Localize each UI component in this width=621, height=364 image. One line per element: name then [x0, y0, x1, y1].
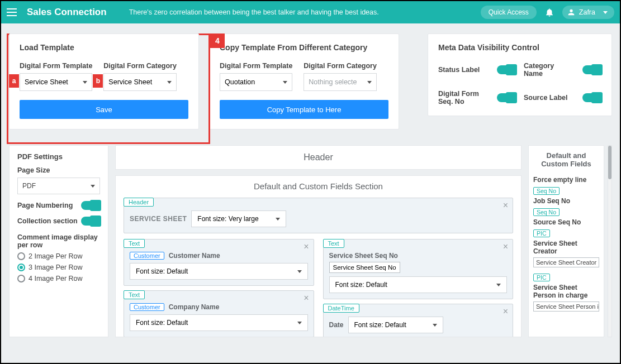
close-icon[interactable]: ×	[503, 306, 508, 317]
date-label: Date	[329, 321, 344, 329]
quick-access-button[interactable]: Quick Access	[481, 6, 537, 19]
font-size-select[interactable]: Font size: Default	[348, 317, 443, 333]
creator-box: Service Sheet Creator	[533, 257, 599, 267]
collection-section-toggle[interactable]	[81, 217, 100, 226]
company-name-block[interactable]: Text × Customer Company Name Font size: …	[124, 290, 314, 337]
user-name: Zafra	[579, 8, 595, 16]
center-editor: Header Default and Custom Fields Section…	[115, 145, 522, 337]
field-label: Digital Form Category	[304, 62, 377, 70]
chevron-down-icon	[496, 284, 501, 286]
copy-template-select[interactable]: Quotation	[220, 73, 292, 91]
seq-no-box: Service Sheet Seq No	[329, 262, 400, 273]
meta-label: Source Label	[524, 94, 575, 102]
page-size-select[interactable]: PDF	[17, 178, 100, 194]
seq-no-block[interactable]: Text × Service Sheet Seq No Service Shee…	[323, 239, 514, 299]
chevron-down-icon	[603, 11, 608, 14]
lower-section: PDF Settings Page Size PDF Page Numberin…	[9, 145, 612, 337]
card-title: Copy Template From Different Category	[220, 43, 388, 52]
service-sheet-label: SERVICE SHEET	[130, 215, 187, 223]
comment-image-label: Comment image display per row	[17, 233, 100, 249]
load-template-card: Load Template Digital Form Template a Se…	[9, 33, 199, 130]
force-empty-line[interactable]: Force empty line	[533, 175, 599, 185]
seq-no-tag: Seq No	[533, 187, 560, 195]
callout-4: 4	[210, 33, 225, 48]
service-sheet-person-label[interactable]: Service Sheet Person in charge	[533, 282, 599, 300]
block-tag: DateTime	[323, 304, 359, 313]
font-size-select[interactable]: Font size: Very large	[191, 210, 286, 227]
pic-tag: PIC	[533, 274, 550, 281]
font-size-select[interactable]: Font size: Default	[130, 314, 308, 331]
category-name-toggle[interactable]	[582, 65, 601, 74]
close-icon[interactable]: ×	[304, 242, 309, 252]
field-label: Digital Form Template	[220, 62, 292, 70]
seq-no-tag: Seq No	[533, 208, 560, 216]
source-seq-no[interactable]: Source Seq No	[533, 217, 599, 227]
radio-4-per-row[interactable]: 4 Image Per Row	[17, 275, 100, 282]
brand-title: Sales Connection	[27, 7, 107, 18]
callout-a: a	[9, 74, 19, 88]
menu-icon[interactable]	[7, 6, 20, 19]
page-numbering-label: Page Numbering	[17, 202, 73, 209]
chevron-down-icon	[276, 218, 280, 221]
header-quote: There's zero correlation between being t…	[129, 8, 481, 16]
customer-tag: Customer	[130, 303, 164, 311]
chevron-down-icon	[83, 81, 87, 84]
digital-form-category-select[interactable]: Service Sheet	[103, 73, 177, 91]
person-box: Service Sheet Person i	[533, 301, 599, 312]
close-icon[interactable]: ×	[503, 242, 508, 252]
customer-tag: Customer	[130, 252, 164, 260]
source-label-toggle[interactable]	[582, 93, 601, 102]
chevron-down-icon	[367, 81, 372, 84]
copy-category-select[interactable]: Nothing selecte	[304, 73, 377, 91]
chevron-down-icon	[297, 322, 302, 324]
pdf-settings-sidebar: PDF Settings Page Size PDF Page Numberin…	[9, 145, 108, 337]
chevron-down-icon	[91, 185, 95, 188]
top-bar: Sales Connection There's zero correlatio…	[1, 1, 620, 23]
copy-template-card: Copy Template From Different Category Di…	[209, 33, 399, 130]
user-menu[interactable]: Zafra	[562, 6, 614, 19]
company-name-label: Company Name	[169, 303, 220, 311]
radio-3-per-row[interactable]: 3 Image Per Row	[17, 264, 100, 271]
top-cards-row: 4 Load Template Digital Form Template a …	[9, 33, 612, 130]
callout-b: b	[93, 74, 103, 88]
chevron-down-icon	[283, 81, 287, 84]
pic-tag: PIC	[533, 229, 550, 237]
meta-label: Digital Form Seq. No	[438, 90, 489, 106]
radio-2-per-row[interactable]: 2 Image Per Row	[17, 252, 100, 260]
font-size-select[interactable]: Font size: Default	[329, 276, 508, 293]
header-card: Header	[115, 145, 522, 170]
chevron-down-icon	[433, 324, 437, 327]
scrollbar[interactable]	[608, 145, 612, 337]
save-button[interactable]: Save	[20, 100, 188, 119]
block-tag: Text	[323, 239, 344, 248]
datetime-block[interactable]: DateTime × Date Font size: Default	[323, 304, 514, 337]
block-tag: Text	[124, 239, 145, 248]
bell-icon[interactable]	[544, 7, 554, 17]
block-tag: Header	[124, 198, 154, 207]
digital-form-template-select[interactable]: Service Sheet	[20, 73, 92, 91]
field-label: Digital Form Template	[20, 62, 92, 70]
scrollbar-thumb[interactable]	[608, 146, 611, 179]
page-numbering-toggle[interactable]	[81, 201, 100, 210]
user-icon	[567, 8, 576, 17]
font-size-select[interactable]: Font size: Default	[130, 263, 308, 280]
customer-name-block[interactable]: Text × Customer Customer Name Font size:…	[124, 239, 314, 286]
right-column: Default and Custom Fields Force empty li…	[528, 145, 612, 337]
service-sheet-creator-label[interactable]: Service Sheet Creator	[533, 238, 599, 256]
card-title: Meta Data Visibility Control	[438, 43, 601, 52]
meta-label: Category Name	[524, 62, 575, 78]
chevron-down-icon	[297, 270, 302, 273]
job-seq-no[interactable]: Job Seq No	[533, 196, 599, 206]
section-title: Default and Custom Fields Section	[116, 176, 521, 193]
page-size-label: Page Size	[17, 166, 100, 174]
header-title: Header	[116, 146, 521, 169]
header-block[interactable]: Header × SERVICE SHEET Font size: Very l…	[124, 198, 513, 233]
status-label-toggle[interactable]	[497, 65, 516, 74]
collection-section-label: Collection section	[17, 217, 78, 225]
close-icon[interactable]: ×	[304, 293, 309, 303]
seq-no-toggle[interactable]	[497, 93, 516, 102]
copy-template-button[interactable]: Copy Template to Here	[220, 100, 388, 119]
palette-title: Default and Custom Fields	[533, 151, 599, 168]
close-icon[interactable]: ×	[503, 200, 508, 210]
card-title: Load Template	[20, 43, 188, 52]
